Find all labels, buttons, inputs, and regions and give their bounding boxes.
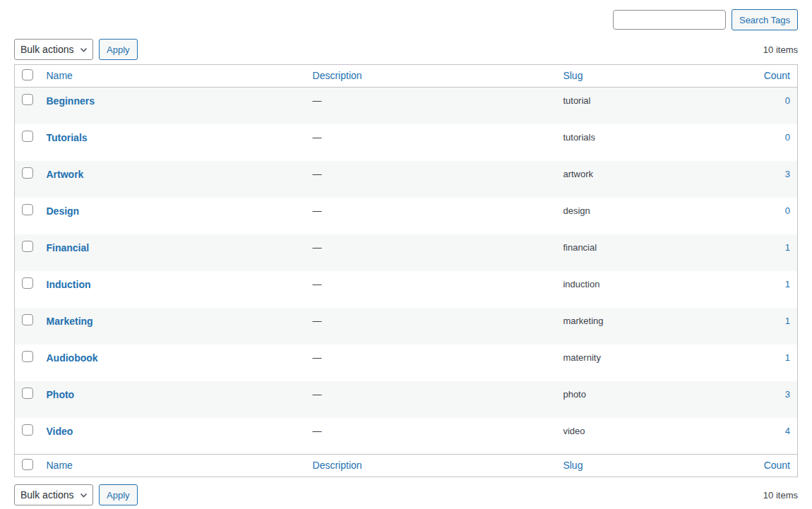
column-header-name[interactable]: Name <box>47 70 73 81</box>
table-row: Video — video 4 <box>15 418 798 455</box>
tag-count-link[interactable]: 0 <box>785 95 790 106</box>
tag-description: — <box>313 95 322 106</box>
select-all-checkbox[interactable] <box>22 459 33 470</box>
tag-count-link[interactable]: 3 <box>785 169 790 179</box>
tag-slug: video <box>563 426 585 436</box>
tags-table: Name Description Slug Count Beginners — … <box>14 64 798 477</box>
table-row: Photo — photo 3 <box>15 381 798 418</box>
tag-description: — <box>313 389 322 400</box>
search-tags-button[interactable]: Search Tags <box>732 9 798 30</box>
table-footer-header: Name Description Slug Count <box>15 455 798 477</box>
tag-name-link[interactable]: Induction <box>47 279 91 290</box>
bulk-actions-select-wrap: Bulk actions <box>14 39 93 60</box>
search-row: Search Tags <box>14 0 798 30</box>
row-checkbox[interactable] <box>22 314 33 325</box>
tag-slug: artwork <box>563 169 593 179</box>
tag-description: — <box>313 205 322 216</box>
tag-count-link[interactable]: 1 <box>785 242 790 253</box>
tag-count-link[interactable]: 1 <box>785 352 790 363</box>
row-checkbox[interactable] <box>22 424 33 436</box>
tag-name-link[interactable]: Video <box>47 426 73 437</box>
row-checkbox[interactable] <box>22 204 33 215</box>
tag-name-link[interactable]: Audiobook <box>47 352 98 364</box>
tag-description: — <box>313 279 322 289</box>
search-input[interactable] <box>613 10 726 30</box>
row-checkbox[interactable] <box>22 277 33 289</box>
tag-name-link[interactable]: Photo <box>47 389 75 400</box>
tag-description: — <box>313 352 322 363</box>
row-checkbox[interactable] <box>22 351 33 362</box>
bulk-actions-group: Bulk actions Apply <box>14 484 138 505</box>
row-checkbox[interactable] <box>22 167 33 179</box>
column-header-slug[interactable]: Slug <box>563 460 583 471</box>
apply-button[interactable]: Apply <box>99 39 138 60</box>
tag-description: — <box>313 242 322 253</box>
tag-count-link[interactable]: 0 <box>785 132 790 143</box>
items-count: 10 items <box>763 490 798 501</box>
tag-slug: tutorial <box>563 95 590 106</box>
tag-slug: financial <box>563 242 597 253</box>
table-row: Marketing — marketing 1 <box>15 308 798 345</box>
tag-count-link[interactable]: 1 <box>785 316 790 326</box>
column-header-description[interactable]: Description <box>313 70 362 81</box>
table-row: Financial — financial 1 <box>15 234 798 271</box>
tag-name-link[interactable]: Marketing <box>47 316 93 327</box>
row-checkbox[interactable] <box>22 94 33 105</box>
bulk-actions-group: Bulk actions Apply <box>14 39 138 60</box>
tag-description: — <box>313 426 322 436</box>
column-header-count[interactable]: Count <box>764 70 790 81</box>
tag-name-link[interactable]: Artwork <box>47 169 84 180</box>
tag-slug: design <box>563 205 590 216</box>
column-header-name[interactable]: Name <box>47 460 73 471</box>
tag-name-link[interactable]: Beginners <box>47 95 95 107</box>
row-checkbox[interactable] <box>22 241 33 252</box>
tag-slug: tutorials <box>563 132 595 143</box>
column-header-slug[interactable]: Slug <box>563 70 583 81</box>
items-count: 10 items <box>763 44 798 55</box>
apply-button[interactable]: Apply <box>99 484 138 505</box>
tag-slug: induction <box>563 279 599 289</box>
tag-count-link[interactable]: 3 <box>785 389 790 400</box>
bottom-toolbar: Bulk actions Apply 10 items <box>14 484 798 505</box>
tag-name-link[interactable]: Tutorials <box>47 132 88 143</box>
tag-description: — <box>313 316 322 326</box>
select-all-checkbox[interactable] <box>22 69 33 80</box>
tag-count-link[interactable]: 0 <box>785 205 790 216</box>
tag-description: — <box>313 169 322 179</box>
tags-page: Search Tags Bulk actions Apply 10 items <box>0 0 812 505</box>
bulk-actions-select[interactable]: Bulk actions <box>14 39 93 60</box>
tag-name-link[interactable]: Design <box>47 205 80 217</box>
tag-count-link[interactable]: 4 <box>785 426 790 436</box>
column-header-description[interactable]: Description <box>313 460 362 471</box>
tag-name-link[interactable]: Financial <box>47 242 90 253</box>
bulk-actions-select[interactable]: Bulk actions <box>14 484 93 505</box>
row-checkbox[interactable] <box>22 388 33 399</box>
bulk-actions-select-wrap: Bulk actions <box>14 484 93 505</box>
tag-slug: marketing <box>563 316 603 326</box>
column-header-count[interactable]: Count <box>764 460 790 471</box>
top-toolbar: Bulk actions Apply 10 items <box>14 39 798 60</box>
table-row: Induction — induction 1 <box>15 271 798 308</box>
table-row: Artwork — artwork 3 <box>15 161 798 198</box>
tag-count-link[interactable]: 1 <box>785 279 790 289</box>
table-row: Audiobook — maternity 1 <box>15 345 798 381</box>
table-header: Name Description Slug Count <box>15 65 798 88</box>
table-row: Tutorials — tutorials 0 <box>15 124 798 161</box>
table-row: Beginners — tutorial 0 <box>15 88 798 124</box>
tag-description: — <box>313 132 322 143</box>
tag-slug: maternity <box>563 352 600 363</box>
row-checkbox[interactable] <box>22 131 33 142</box>
tag-slug: photo <box>563 389 586 400</box>
table-body: Beginners — tutorial 0 Tutorials — tutor… <box>15 88 798 455</box>
table-row: Design — design 0 <box>15 198 798 234</box>
